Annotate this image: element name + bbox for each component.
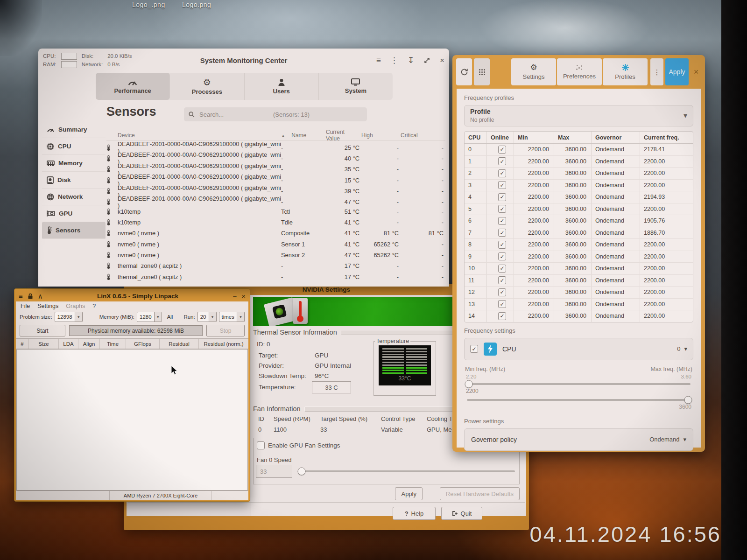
- cpu-row[interactable]: 7 ✓ 2200.00 3600.00 Ondemand 1886.70: [465, 227, 693, 239]
- fan0-slider-knob[interactable]: [298, 468, 306, 476]
- close-icon[interactable]: ×: [241, 293, 246, 300]
- kebab-menu-icon[interactable]: ⋮: [390, 56, 398, 64]
- grid-view-button[interactable]: [474, 58, 490, 85]
- sidebar-item-memory[interactable]: Memory: [42, 155, 106, 172]
- cpu-row[interactable]: 6 ✓ 2200.00 3600.00 Ondemand 1905.76: [465, 215, 693, 227]
- reset-hardware-defaults-button[interactable]: Reset Hardware Defaults: [440, 487, 520, 500]
- cpu-row[interactable]: 4 ✓ 2200.00 3600.00 Ondemand 2194.93: [465, 191, 693, 203]
- sidebar-item-summary[interactable]: Summary: [42, 121, 106, 138]
- sensor-row[interactable]: thermal_zone0 ( acpitz ) - 17 °C - -: [106, 260, 445, 271]
- cpu-row[interactable]: 8 ✓ 2200.00 3600.00 Ondemand 2200.00: [465, 239, 693, 251]
- cpu-enable-checkbox[interactable]: ✓: [470, 345, 478, 353]
- cpu-row[interactable]: 11 ✓ 2200.00 3600.00 Ondemand 2200.00: [465, 275, 693, 287]
- col-device[interactable]: Device: [118, 132, 281, 139]
- checkbox-icon[interactable]: [257, 441, 265, 449]
- cpu-row[interactable]: 5 ✓ 2200.00 3600.00 Ondemand 2200.00: [465, 203, 693, 216]
- download-icon[interactable]: ↧: [408, 56, 414, 64]
- nvidia-apply-button[interactable]: Apply: [395, 487, 423, 500]
- sidebar-item-disk[interactable]: Disk: [42, 172, 106, 189]
- tab-profiles[interactable]: Profiles: [603, 58, 648, 85]
- cpu-row[interactable]: 2 ✓ 2200.00 3600.00 Ondemand 2200.00: [465, 168, 693, 180]
- online-checkbox[interactable]: ✓: [498, 205, 506, 213]
- cpu-row[interactable]: 1 ✓ 2200.00 3600.00 Ondemand 2200.00: [465, 156, 693, 168]
- sensor-row[interactable]: thermal_zone0 ( acpitz ) - 17 °C - -: [106, 272, 445, 282]
- lock-icon[interactable]: [28, 293, 33, 299]
- refresh-button[interactable]: [456, 58, 472, 85]
- online-checkbox[interactable]: ✓: [498, 146, 506, 154]
- fan0-speed-slider[interactable]: [298, 470, 515, 472]
- min-freq-slider[interactable]: [467, 383, 691, 385]
- desktop-icon-logo-underscore[interactable]: Logo_.png: [132, 1, 165, 8]
- cpu-row[interactable]: 9 ✓ 2200.00 3600.00 Ondemand 2200.00: [465, 251, 693, 263]
- sidebar-item-cpu[interactable]: CPU: [42, 138, 106, 155]
- close-icon[interactable]: ×: [689, 58, 703, 85]
- online-checkbox[interactable]: ✓: [498, 181, 506, 189]
- search-input[interactable]: [198, 111, 256, 119]
- enable-gpu-fan-checkbox[interactable]: Enable GPU Fan Settings: [257, 441, 340, 449]
- sensor-row[interactable]: DEADBEEF-2001-0000-00A0-C90629100000 ( g…: [106, 162, 445, 173]
- cpu-row[interactable]: 0 ✓ 2200.00 3600.00 Ondemand 2178.41: [465, 144, 693, 156]
- max-freq-slider[interactable]: [467, 399, 691, 401]
- sensor-row[interactable]: nvme0 ( nvme ) Sensor 1 41 °C 65262 °C -: [106, 239, 445, 250]
- menu-icon[interactable]: ≡: [19, 293, 23, 300]
- online-checkbox[interactable]: ✓: [498, 312, 506, 320]
- tab-system[interactable]: System: [319, 73, 393, 100]
- online-checkbox[interactable]: ✓: [498, 252, 506, 260]
- fan0-speed-value[interactable]: 33: [256, 465, 292, 478]
- cpu-number-select[interactable]: 0 ▾: [677, 345, 687, 352]
- menu-file[interactable]: File: [21, 303, 30, 309]
- sensor-row[interactable]: DEADBEEF-2001-0000-00A0-C90629100000 ( g…: [106, 173, 445, 184]
- menu-help[interactable]: ?: [92, 303, 96, 309]
- sensor-row[interactable]: DEADBEEF-2001-0000-00A0-C90629100000 ( g…: [106, 140, 445, 151]
- sidebar-item-gpu[interactable]: GPU: [42, 205, 106, 222]
- sensor-row[interactable]: nvme0 ( nvme ) Composite 41 °C 81 °C 81 …: [106, 228, 445, 238]
- start-button[interactable]: Start: [20, 325, 65, 336]
- sensor-row[interactable]: nvme0 ( nvme ) Sensor 2 47 °C 65262 °C -: [106, 250, 445, 260]
- cpu-row[interactable]: 10 ✓ 2200.00 3600.00 Ondemand 2200.00: [465, 263, 693, 275]
- cpu-row[interactable]: 14 ✓ 2200.00 3600.00 Ondemand 2200.00: [465, 310, 693, 322]
- desktop-icon-logo[interactable]: Logo.png: [182, 1, 211, 8]
- cpu-row[interactable]: 13 ✓ 2200.00 3600.00 Ondemand 2200.00: [465, 299, 693, 311]
- online-checkbox[interactable]: ✓: [498, 169, 506, 177]
- cpu-row[interactable]: 12 ✓ 2200.00 3600.00 Ondemand 2200.00: [465, 287, 693, 299]
- online-checkbox[interactable]: ✓: [498, 157, 506, 165]
- sensor-row[interactable]: DEADBEEF-2001-0000-00A0-C90629100000 ( g…: [106, 195, 445, 206]
- sensor-row[interactable]: k10temp Tdie 41 °C - -: [106, 217, 445, 228]
- nvidia-quit-button[interactable]: Quit: [441, 507, 482, 520]
- online-checkbox[interactable]: ✓: [498, 288, 506, 296]
- problem-size-select[interactable]: 12898▾: [55, 312, 83, 322]
- online-checkbox[interactable]: ✓: [498, 193, 506, 201]
- governor-policy-select[interactable]: Ondemand ▾: [649, 436, 686, 443]
- menu-settings[interactable]: Settings: [37, 303, 58, 309]
- keep-above-icon[interactable]: ∧: [38, 293, 43, 300]
- sensor-row[interactable]: DEADBEEF-2001-0000-00A0-C90629100000 ( g…: [106, 184, 445, 195]
- sidebar-item-network[interactable]: Network: [42, 189, 106, 205]
- menu-graphs[interactable]: Graphs: [66, 303, 85, 309]
- run-count-select[interactable]: 20▾: [197, 312, 217, 322]
- expand-icon[interactable]: [423, 57, 430, 64]
- min-freq-knob[interactable]: [465, 380, 473, 388]
- online-checkbox[interactable]: ✓: [498, 241, 506, 249]
- sensor-row[interactable]: DEADBEEF-2001-0000-00A0-C90629100000 ( g…: [106, 151, 445, 162]
- memory-select[interactable]: 1280▾: [137, 312, 162, 322]
- tab-processes[interactable]: ⚙ Processes: [170, 73, 244, 100]
- linx-titlebar[interactable]: ≡ ∧ LinX 0.6.5 - Simply Linpack − ×: [16, 290, 248, 301]
- minimize-icon[interactable]: −: [233, 293, 237, 300]
- header-menu-button[interactable]: ⋮: [650, 58, 663, 85]
- nvidia-help-button[interactable]: ? Help: [393, 507, 436, 520]
- online-checkbox[interactable]: ✓: [498, 265, 506, 273]
- online-checkbox[interactable]: ✓: [498, 217, 506, 225]
- max-freq-knob[interactable]: [684, 396, 692, 404]
- cpu-row[interactable]: 3 ✓ 2200.00 3600.00 Ondemand 2200.00: [465, 180, 693, 192]
- sensors-search-box[interactable]: (Sensors: 13): [184, 107, 367, 121]
- close-icon[interactable]: ×: [440, 56, 444, 64]
- tab-preferences[interactable]: Preferences: [557, 58, 602, 85]
- online-checkbox[interactable]: ✓: [498, 229, 506, 237]
- run-unit-select[interactable]: times▾: [219, 312, 245, 322]
- sidebar-item-sensors[interactable]: Sensors: [42, 222, 106, 239]
- hamburger-menu-icon[interactable]: ≡: [376, 56, 381, 64]
- tab-settings[interactable]: ⚙ Settings: [511, 58, 556, 85]
- online-checkbox[interactable]: ✓: [498, 300, 506, 308]
- profile-dropdown[interactable]: Profile No profile ▾: [464, 105, 693, 126]
- tab-performance[interactable]: Performance: [96, 73, 170, 100]
